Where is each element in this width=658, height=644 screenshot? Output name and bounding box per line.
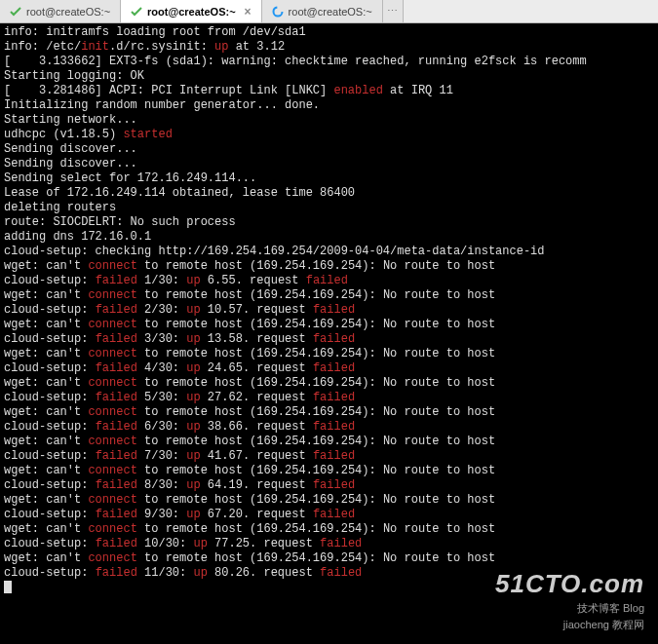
tab-label: root@createOS:~ bbox=[147, 6, 236, 18]
check-icon bbox=[131, 6, 142, 18]
tab-1[interactable]: root@createOS:~ × bbox=[121, 0, 262, 22]
terminal-line: [ 3.281486] ACPI: PCI Interrupt Link [LN… bbox=[4, 84, 654, 98]
terminal-line: info: /etc/init.d/rc.sysinit: up at 3.12 bbox=[4, 40, 654, 55]
terminal-line: udhcpc (v1.18.5) started bbox=[4, 128, 654, 142]
tab-0[interactable]: root@createOS:~ bbox=[0, 0, 121, 22]
terminal-line: wget: can't connect to remote host (169.… bbox=[4, 522, 654, 537]
tab-label: root@createOS:~ bbox=[26, 6, 110, 18]
terminal-line bbox=[4, 581, 654, 596]
terminal-line: Starting logging: OK bbox=[4, 69, 654, 84]
terminal-line: cloud-setup: failed 2/30: up 10.57. requ… bbox=[4, 303, 654, 318]
terminal-line: wget: can't connect to remote host (169.… bbox=[4, 288, 654, 303]
check-icon bbox=[10, 6, 21, 18]
terminal-line: cloud-setup: checking http://169.254.169… bbox=[4, 245, 654, 259]
terminal-line: cloud-setup: failed 9/30: up 67.20. requ… bbox=[4, 508, 654, 522]
close-icon[interactable]: × bbox=[245, 5, 252, 19]
terminal-line: info: initramfs loading root from /dev/s… bbox=[4, 25, 654, 40]
terminal-line: wget: can't connect to remote host (169.… bbox=[4, 435, 654, 449]
terminal-line: cloud-setup: failed 7/30: up 41.67. requ… bbox=[4, 449, 654, 464]
cursor-icon bbox=[4, 581, 12, 593]
spinner-icon bbox=[272, 6, 284, 18]
terminal-line: wget: can't connect to remote host (169.… bbox=[4, 551, 654, 566]
terminal-line: Sending discover... bbox=[4, 157, 654, 171]
terminal-line: cloud-setup: failed 3/30: up 13.58. requ… bbox=[4, 332, 654, 347]
terminal-line: adding dns 172.16.0.1 bbox=[4, 230, 654, 245]
tab-2[interactable]: root@createOS:~ bbox=[262, 0, 383, 22]
terminal-line: wget: can't connect to remote host (169.… bbox=[4, 405, 654, 420]
terminal-line: cloud-setup: failed 1/30: up 6.55. reque… bbox=[4, 274, 654, 288]
terminal-line: wget: can't connect to remote host (169.… bbox=[4, 493, 654, 508]
new-tab-button[interactable]: ⋯ bbox=[383, 0, 404, 22]
svg-point-0 bbox=[273, 7, 282, 16]
terminal-line: Sending select for 172.16.249.114... bbox=[4, 171, 654, 186]
terminal-line: cloud-setup: failed 8/30: up 64.19. requ… bbox=[4, 478, 654, 493]
terminal-line: cloud-setup: failed 4/30: up 24.65. requ… bbox=[4, 361, 654, 376]
ellipsis-icon: ⋯ bbox=[387, 5, 398, 18]
tab-bar: root@createOS:~ root@createOS:~ × root@c… bbox=[0, 0, 658, 23]
terminal-line: wget: can't connect to remote host (169.… bbox=[4, 318, 654, 332]
terminal-line: cloud-setup: failed 6/30: up 38.66. requ… bbox=[4, 420, 654, 435]
terminal-line: deleting routers bbox=[4, 201, 654, 215]
terminal-line: [ 3.133662] EXT3-fs (sda1): warning: che… bbox=[4, 55, 654, 69]
terminal-line: wget: can't connect to remote host (169.… bbox=[4, 347, 654, 361]
terminal-line: Lease of 172.16.249.114 obtained, lease … bbox=[4, 186, 654, 201]
terminal-line: cloud-setup: failed 5/30: up 27.62. requ… bbox=[4, 391, 654, 405]
terminal-line: Initializing random number generator... … bbox=[4, 98, 654, 113]
terminal-line: Sending discover... bbox=[4, 142, 654, 157]
terminal-line: route: SIOCDELRT: No such process bbox=[4, 215, 654, 230]
terminal-line: wget: can't connect to remote host (169.… bbox=[4, 259, 654, 274]
terminal-line: Starting network... bbox=[4, 113, 654, 128]
terminal-output[interactable]: info: initramfs loading root from /dev/s… bbox=[0, 23, 658, 644]
terminal-line: cloud-setup: failed 11/30: up 80.26. req… bbox=[4, 566, 654, 581]
terminal-line: wget: can't connect to remote host (169.… bbox=[4, 376, 654, 391]
terminal-line: wget: can't connect to remote host (169.… bbox=[4, 464, 654, 478]
tab-label: root@createOS:~ bbox=[289, 6, 372, 18]
terminal-line: cloud-setup: failed 10/30: up 77.25. req… bbox=[4, 537, 654, 551]
